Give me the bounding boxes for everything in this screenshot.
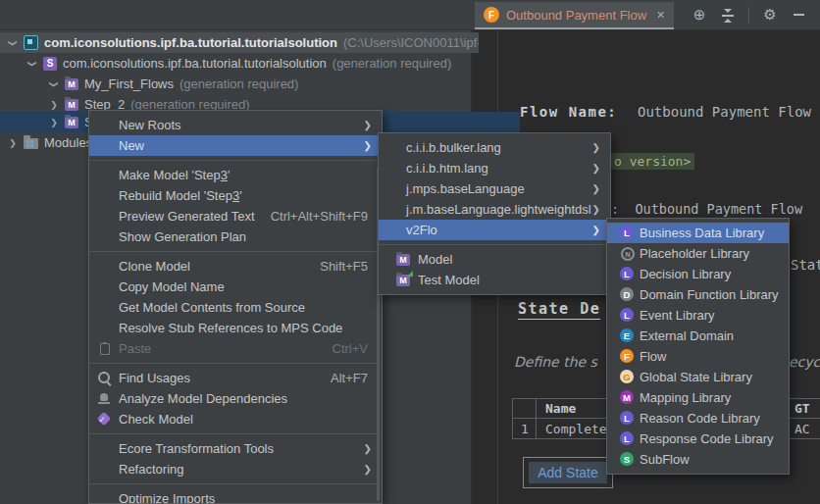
menu-label: Show Generation Plan xyxy=(119,229,246,244)
menu-label: External Domain xyxy=(640,328,734,343)
menu-item-ecore-transformation-tools[interactable]: Ecore Transformation Tools ❯ xyxy=(89,438,382,459)
chevron-right-icon[interactable]: ❯ xyxy=(8,138,18,148)
tree-row-my-first-flows[interactable]: ❯ My_First_Flows (generation required) xyxy=(0,74,520,94)
submenu-item-test-model[interactable]: Test Model xyxy=(379,270,610,290)
library-letter-icon: L xyxy=(620,431,634,445)
menu-shortcut: Alt+F7 xyxy=(331,368,368,388)
submenu-item-mapping-library[interactable]: M Mapping Library xyxy=(607,387,789,408)
locate-icon[interactable]: ⊕ xyxy=(690,5,709,25)
submenu-item-response-code-library[interactable]: L Response Code Library xyxy=(607,428,789,449)
submenu-item-flow[interactable]: F Flow xyxy=(607,346,789,367)
menu-label: Business Data Library xyxy=(640,226,764,240)
submenu-item-business-data-library[interactable]: L Business Data Library xyxy=(607,223,789,243)
menu-item-find-usages[interactable]: Find Usages Alt+F7 xyxy=(89,368,382,388)
submenu-item-external-domain[interactable]: E External Domain xyxy=(607,326,789,346)
submenu-item-domain-function-library[interactable]: D Domain Function Library xyxy=(607,284,789,305)
menu-item-resolve-stub-references[interactable]: Resolve Stub References to MPS Code xyxy=(89,318,382,338)
submenu-item-subflow[interactable]: S SubFlow xyxy=(607,449,789,470)
settings-gear-icon[interactable]: ⚙ xyxy=(760,5,780,25)
menu-item-rebuild-model[interactable]: Rebuild Model 'Step3' xyxy=(89,185,382,206)
menu-shortcut: Ctrl+V xyxy=(333,338,368,359)
menu-label: Optimize Imports xyxy=(119,491,215,504)
editor-tab-outbound-payment-flow[interactable]: F Outbound Payment Flow ✕ xyxy=(475,2,674,29)
table-row-number: 1 xyxy=(521,422,529,436)
submenu-item-decision-library[interactable]: L Decision Library xyxy=(607,264,789,284)
menu-item-analyze-model-dependencies[interactable]: Analyze Model Dependencies xyxy=(89,388,382,409)
menu-item-new[interactable]: New ❯ xyxy=(89,135,382,156)
chevron-down-icon[interactable]: ❯ xyxy=(27,59,37,69)
submenu-item-bulker-lang[interactable]: c.i.i.b.bulker.lang ❯ xyxy=(379,137,610,158)
table-cell-state-name[interactable]: Complete xyxy=(545,422,607,436)
tree-item-meta: (generation required) xyxy=(333,56,451,71)
flow-letter-icon: F xyxy=(620,349,634,363)
menu-item-optimize-imports[interactable]: Optimize Imports xyxy=(89,488,382,504)
submenu-item-baselanguage[interactable]: j.mps.baseLanguage ❯ xyxy=(379,178,610,199)
menu-label: j.m.baseLanguage.lightweightdsl xyxy=(406,202,591,217)
menu-label: Reason Code Library xyxy=(640,411,760,426)
submenu-item-v2flo[interactable]: v2Flo ❯ xyxy=(379,220,610,240)
model-icon xyxy=(65,78,78,90)
tree-item-label: My_First_Flows xyxy=(84,76,174,91)
library-letter-icon: L xyxy=(620,267,634,280)
modules-folder-icon xyxy=(24,138,38,149)
tree-row-model-root[interactable]: ❯ S com.iconsolutions.ipf.ba.tutorial.tu… xyxy=(0,53,498,74)
chevron-right-icon[interactable]: ❯ xyxy=(49,100,59,110)
define-text-fragment: Define the s xyxy=(514,354,597,370)
menu-label: Rebuild Model 'Step3' xyxy=(119,188,242,203)
menu-item-new-roots[interactable]: New Roots ❯ xyxy=(89,115,382,135)
menu-label: c.i.i.b.bulker.lang xyxy=(406,140,501,155)
submenu-arrow-icon: ❯ xyxy=(592,178,600,199)
submenu-arrow-icon: ❯ xyxy=(364,459,372,479)
menu-separator xyxy=(89,483,382,484)
menu-label: Mapping Library xyxy=(640,390,731,405)
tree-row-solution[interactable]: ❯ com.iconsolutions.ipf.ba.tutorial.tuto… xyxy=(0,32,479,53)
menu-item-make-model[interactable]: Make Model 'Step3' xyxy=(89,165,382,185)
menu-label: Event Library xyxy=(640,308,715,323)
submenu-item-global-state-library[interactable]: G Global State Library xyxy=(607,367,789,387)
menu-label: Preview Generated Text xyxy=(119,209,255,224)
menu-item-show-generation-plan[interactable]: Show Generation Plan xyxy=(89,227,382,247)
chevron-right-icon[interactable]: ❯ xyxy=(49,118,59,127)
submenu-item-event-library[interactable]: L Event Library xyxy=(607,305,789,326)
menu-item-refactoring[interactable]: Refactoring ❯ xyxy=(89,459,382,479)
subflow-letter-icon: S xyxy=(620,452,634,466)
menu-label: Check Model xyxy=(119,412,193,427)
menu-label: v2Flo xyxy=(406,223,437,237)
tab-close-icon[interactable]: ✕ xyxy=(656,9,665,22)
menu-label: Placeholder Library xyxy=(640,246,749,261)
submenu-arrow-icon: ❯ xyxy=(364,438,372,459)
state-definitions-heading: State De xyxy=(518,300,600,320)
add-state-button[interactable]: Add State xyxy=(523,457,613,488)
menu-label: Model xyxy=(418,252,452,267)
menu-item-clone-model[interactable]: Clone Model Shift+F5 xyxy=(89,256,382,277)
submenu-item-lightweightdsl[interactable]: j.m.baseLanguage.lightweightdsl ❯ xyxy=(379,199,610,220)
flow-file-icon: F xyxy=(484,7,499,23)
menu-label: New Roots xyxy=(119,118,181,132)
table-border xyxy=(536,398,537,439)
chevron-down-icon[interactable]: ❯ xyxy=(49,79,59,89)
flow-name-value[interactable]: Outbound Payment Flow xyxy=(638,104,811,120)
flow-name-label: Flow Name: xyxy=(520,104,617,120)
chevron-down-icon[interactable]: ❯ xyxy=(8,38,18,48)
menu-separator xyxy=(89,363,382,364)
tree-item-meta: (generation required) xyxy=(179,76,298,91)
table-cell-fragment: AC xyxy=(794,422,810,436)
menu-label: Decision Library xyxy=(640,267,731,281)
submenu-item-htm-lang[interactable]: c.i.i.b.htm.lang ❯ xyxy=(379,158,610,178)
menu-item-check-model[interactable]: Check Model xyxy=(89,409,382,429)
menu-label: Make Model 'Step3' xyxy=(119,168,230,182)
context-menu: New Roots ❯ New ❯ Make Model 'Step3' Reb… xyxy=(88,110,383,504)
collapse-all-icon[interactable] xyxy=(718,5,738,25)
menu-label: Test Model xyxy=(418,273,480,287)
submenu-item-placeholder-library[interactable]: N Placeholder Library xyxy=(607,243,789,264)
menu-item-get-model-contents[interactable]: Get Model Contents from Source xyxy=(89,297,382,318)
menu-label: Flow xyxy=(640,349,666,364)
menu-label: SubFlow xyxy=(640,452,690,467)
submenu-item-reason-code-library[interactable]: L Reason Code Library xyxy=(607,408,789,428)
menu-item-copy-model-name[interactable]: Copy Model Name xyxy=(89,277,382,297)
hide-panel-icon[interactable] xyxy=(789,5,808,25)
menu-item-preview-generated-text[interactable]: Preview Generated Text Ctrl+Alt+Shift+F9 xyxy=(89,206,382,227)
description-fragment: : Outbound Payment Flow xyxy=(611,201,802,217)
library-letter-icon: L xyxy=(620,308,634,322)
submenu-item-model[interactable]: Model xyxy=(379,249,610,270)
